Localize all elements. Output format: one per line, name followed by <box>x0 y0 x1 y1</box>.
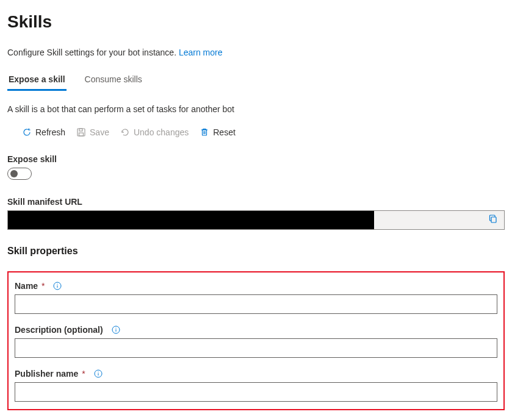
copy-to-clipboard-button[interactable] <box>482 211 504 229</box>
description-label: Description (optional) <box>15 325 103 335</box>
skill-manifest-url-label: Skill manifest URL <box>7 197 505 207</box>
required-marker: * <box>79 369 85 379</box>
publisher-label-text: Publisher name <box>15 369 78 379</box>
field-name: Name * <box>15 281 497 314</box>
reset-button[interactable]: Reset <box>200 127 236 137</box>
publisher-name-label: Publisher name * <box>15 369 85 379</box>
subtitle-text: Configure Skill settings for your bot in… <box>7 48 179 57</box>
info-icon[interactable] <box>112 326 120 334</box>
svg-rect-0 <box>78 129 85 136</box>
undo-changes-button: Undo changes <box>120 127 189 137</box>
refresh-button[interactable]: Refresh <box>22 127 65 137</box>
toggle-knob <box>10 170 18 177</box>
tab-description: A skill is a bot that can perform a set … <box>7 104 505 114</box>
skill-properties-group: Name * Description (optional) Publisher … <box>7 271 505 410</box>
svg-rect-2 <box>79 133 84 136</box>
copy-icon <box>488 214 498 226</box>
page-title: Skills <box>7 12 505 32</box>
svg-rect-3 <box>203 130 207 135</box>
svg-rect-1 <box>79 129 82 131</box>
name-input[interactable] <box>15 294 497 314</box>
reset-label: Reset <box>213 127 236 137</box>
field-description: Description (optional) <box>15 325 497 358</box>
name-label-text: Name <box>15 281 38 291</box>
skill-manifest-url-row <box>7 210 505 230</box>
skill-properties-heading: Skill properties <box>7 246 505 257</box>
undo-icon <box>120 127 130 137</box>
save-label: Save <box>90 127 109 137</box>
tabs: Expose a skill Consume skills <box>7 71 505 91</box>
name-label: Name * <box>15 281 45 291</box>
refresh-icon <box>22 127 32 137</box>
skill-manifest-url-value <box>8 211 374 229</box>
undo-label: Undo changes <box>134 127 189 137</box>
field-publisher-name: Publisher name * <box>15 369 497 402</box>
tab-consume-skills[interactable]: Consume skills <box>84 71 143 91</box>
refresh-label: Refresh <box>35 127 65 137</box>
toolbar: Refresh Save Undo changes <box>7 127 505 137</box>
page-subtitle: Configure Skill settings for your bot in… <box>7 48 505 57</box>
info-icon[interactable] <box>53 282 62 290</box>
description-input[interactable] <box>15 338 497 358</box>
required-marker: * <box>39 281 45 291</box>
manifest-spacer <box>374 211 482 229</box>
svg-point-10 <box>115 328 116 329</box>
publisher-name-input[interactable] <box>15 382 497 402</box>
svg-point-13 <box>98 372 98 372</box>
svg-rect-4 <box>491 217 496 222</box>
expose-skill-toggle[interactable] <box>7 168 32 180</box>
learn-more-link[interactable]: Learn more <box>179 48 223 57</box>
svg-point-7 <box>57 284 58 285</box>
info-icon[interactable] <box>94 369 103 378</box>
save-button: Save <box>76 127 109 137</box>
save-icon <box>76 127 86 137</box>
expose-skill-label: Expose skill <box>7 154 505 164</box>
tab-expose-a-skill[interactable]: Expose a skill <box>7 71 67 91</box>
trash-icon <box>200 127 209 137</box>
